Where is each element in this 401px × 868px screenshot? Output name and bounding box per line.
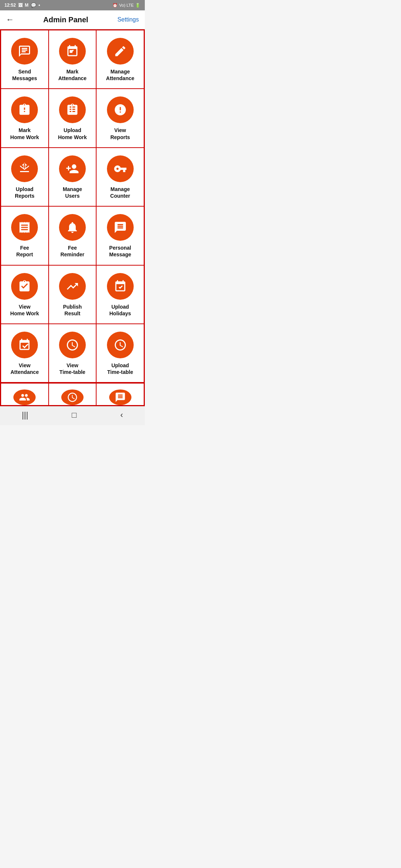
status-left: 12:52 🖼 M 💬 • [4, 3, 40, 8]
mark-homework-label: MarkHome Work [10, 127, 39, 140]
message-icon: 💬 [31, 3, 36, 8]
trending-up-icon [66, 280, 79, 293]
view-homework-label: ViewHome Work [10, 303, 39, 317]
calendar-check-icon [66, 45, 79, 58]
grid-item-manage-counter[interactable]: ManageCounter [96, 148, 144, 206]
grid-item-manage-attendance[interactable]: ManageAttendance [96, 30, 144, 89]
bell-icon [66, 221, 79, 234]
grid-item-send-messages[interactable]: SendMessages [1, 30, 49, 89]
manage-users-icon-circle [59, 155, 86, 182]
status-right: ⏰ Vo) LTE 🔋 [113, 3, 140, 8]
grid-item-upload-reports[interactable]: UploadReports [1, 148, 49, 206]
manage-attendance-icon-circle [107, 38, 134, 65]
upload-homework-label: UploadHome Work [58, 127, 87, 140]
receipt-icon [18, 221, 31, 234]
publish-result-icon-circle [59, 273, 86, 300]
partial-icon-svg-1 [19, 392, 30, 403]
send-messages-icon-circle [11, 38, 38, 65]
grid-item-manage-users[interactable]: ManageUsers [49, 148, 97, 206]
view-attendance-label: ViewAttendance [10, 362, 39, 375]
upload-timetable-label: UploadTime-table [107, 362, 133, 375]
partial-icon-svg-3 [115, 392, 126, 403]
calendar-tick-icon [114, 280, 127, 293]
fee-report-icon-circle [11, 214, 38, 241]
personal-message-icon-circle [107, 214, 134, 241]
mark-attendance-label: MarkAttendance [58, 68, 87, 82]
manage-attendance-label: ManageAttendance [106, 68, 134, 82]
fee-reminder-icon-circle [59, 214, 86, 241]
view-homework-icon-circle [11, 273, 38, 300]
manage-counter-icon-circle [107, 155, 134, 182]
status-time: 12:52 [4, 3, 16, 8]
admin-grid: SendMessages MarkAttendance ManageAttend… [0, 29, 145, 383]
top-nav: ← Admin Panel Settings [0, 10, 145, 29]
grid-item-view-homework[interactable]: ViewHome Work [1, 265, 49, 324]
grid-item-fee-report[interactable]: FeeReport [1, 206, 49, 265]
clock-icon [66, 338, 79, 352]
view-reports-label: ViewReports [110, 127, 130, 140]
partial-item-1[interactable] [1, 383, 49, 405]
grid-item-view-reports[interactable]: ViewReports [96, 89, 144, 147]
upload-holidays-icon-circle [107, 273, 134, 300]
signal-text: Vo) LTE [119, 3, 134, 7]
clock2-icon [114, 338, 127, 352]
upload-reports-icon-circle [11, 155, 38, 182]
status-bar: 12:52 🖼 M 💬 • ⏰ Vo) LTE 🔋 [0, 0, 145, 10]
upload-timetable-icon-circle [107, 332, 134, 358]
fee-reminder-label: FeeReminder [61, 244, 85, 258]
clipboard-exclaim-icon [18, 103, 31, 116]
upload-homework-icon-circle [59, 96, 86, 123]
partial-icon-3 [109, 389, 131, 405]
view-timetable-label: ViewTime-table [59, 362, 85, 375]
partial-row [0, 383, 145, 406]
mail-icon: M [25, 3, 29, 8]
chat-icon [114, 221, 127, 234]
grid-item-upload-timetable[interactable]: UploadTime-table [96, 324, 144, 382]
grid-item-personal-message[interactable]: PersonalMessage [96, 206, 144, 265]
calendar-check2-icon [18, 338, 31, 352]
key-icon [114, 162, 127, 175]
battery-icon: 🔋 [135, 3, 140, 8]
nav-back-button[interactable]: ‹ [120, 410, 123, 420]
alarm-icon: ⏰ [113, 3, 118, 8]
grid-item-upload-holidays[interactable]: UploadHolidays [96, 265, 144, 324]
grid-item-view-attendance[interactable]: ViewAttendance [1, 324, 49, 382]
view-attendance-icon-circle [11, 332, 38, 358]
back-button[interactable]: ← [6, 15, 14, 24]
upload-reports-label: UploadReports [15, 186, 35, 199]
photo-icon: 🖼 [18, 3, 23, 8]
manage-counter-label: ManageCounter [110, 186, 130, 199]
clipboard-check-icon [18, 280, 31, 293]
clipboard-list-icon [66, 103, 79, 116]
view-reports-icon-circle [107, 96, 134, 123]
settings-button[interactable]: Settings [117, 16, 139, 23]
nav-menu-button[interactable]: ||| [22, 410, 28, 420]
mark-homework-icon-circle [11, 96, 38, 123]
partial-icon-2 [61, 389, 84, 405]
message-icon [18, 45, 31, 58]
view-timetable-icon-circle [59, 332, 86, 358]
fee-report-label: FeeReport [16, 244, 33, 258]
publish-result-label: PublishResult [63, 303, 82, 317]
arrow-up-icon [18, 162, 31, 175]
page-title: Admin Panel [43, 16, 88, 24]
partial-item-2[interactable] [49, 383, 97, 405]
mark-attendance-icon-circle [59, 38, 86, 65]
send-messages-label: SendMessages [12, 68, 37, 82]
exclaim-circle-icon [114, 103, 127, 116]
nav-home-button[interactable]: □ [72, 410, 76, 420]
grid-item-mark-homework[interactable]: MarkHome Work [1, 89, 49, 147]
personal-message-label: PersonalMessage [109, 244, 131, 258]
grid-item-fee-reminder[interactable]: FeeReminder [49, 206, 97, 265]
grid-item-upload-homework[interactable]: UploadHome Work [49, 89, 97, 147]
bottom-nav: ||| □ ‹ [0, 406, 145, 425]
partial-icon-svg-2 [67, 392, 78, 403]
add-person-icon [66, 162, 79, 175]
grid-item-view-timetable[interactable]: ViewTime-table [49, 324, 97, 382]
partial-item-3[interactable] [96, 383, 144, 405]
grid-item-publish-result[interactable]: PublishResult [49, 265, 97, 324]
upload-holidays-label: UploadHolidays [109, 303, 131, 317]
manage-users-label: ManageUsers [63, 186, 82, 199]
partial-icon-1 [13, 389, 36, 405]
grid-item-mark-attendance[interactable]: MarkAttendance [49, 30, 97, 89]
